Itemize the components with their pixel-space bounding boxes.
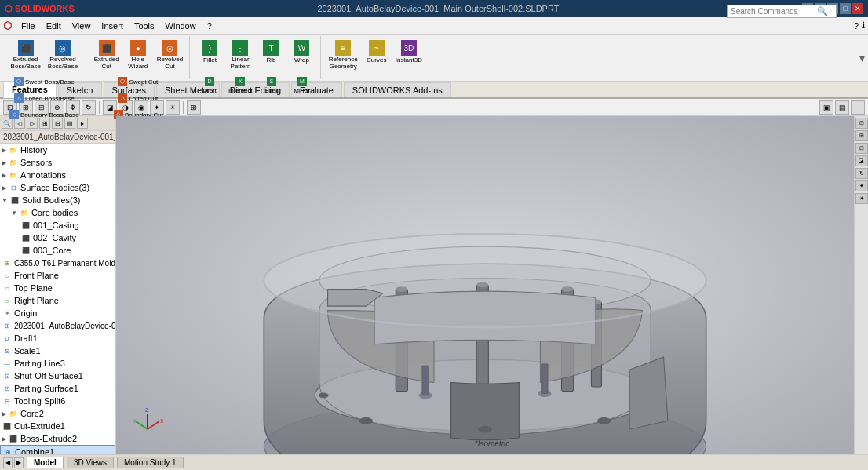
bottom-tab-3dviews[interactable]: 3D Views xyxy=(67,457,114,468)
tree-item-core[interactable]: ⬛ 003_Core xyxy=(0,244,115,257)
scenes-button[interactable]: ☀ xyxy=(166,100,180,115)
curves-button[interactable]: ~ Curves xyxy=(362,38,392,73)
extruded-cut-button[interactable]: ⬛ ExtrudedCut xyxy=(91,38,122,73)
right-btn-1[interactable]: ⊡ xyxy=(855,118,868,129)
tree-item-cavity[interactable]: ⬛ 002_Cavity xyxy=(0,231,115,244)
menu-help[interactable]: ? xyxy=(202,20,217,32)
tree-item-surface-bodies[interactable]: ▶ ⊡ Surface Bodies(3) xyxy=(0,181,115,194)
small-post-2 xyxy=(542,364,549,394)
close-button[interactable]: ✕ xyxy=(852,3,863,14)
tree-item-parting-line3[interactable]: — Parting Line3 xyxy=(0,357,115,370)
tree-item-front-plane[interactable]: ▱ Front Plane xyxy=(0,269,115,282)
instant3d-button[interactable]: 3D Instant3D xyxy=(392,38,425,73)
reference-geometry-button[interactable]: ≡ ReferenceGeometry xyxy=(326,38,361,73)
tree-item-boss-extrude2[interactable]: ▶ ⬛ Boss-Extrude2 xyxy=(0,432,115,445)
tree-item-shutoff-surface1[interactable]: ⊡ Shut-Off Surface1 xyxy=(0,370,115,382)
bottom-tab-motion-study[interactable]: Motion Study 1 xyxy=(117,457,184,468)
tree-item-cut-extrude1[interactable]: ⬛ Cut-Extrude1 xyxy=(0,420,115,432)
right-btn-2[interactable]: ⊞ xyxy=(855,130,868,141)
revolved-boss-icon: ◎ xyxy=(55,40,71,56)
fillet-button[interactable]: ) Fillet xyxy=(195,38,224,73)
icon-sensors: 📁 xyxy=(8,157,19,168)
label-solid-bodies: Solid Bodies(3) xyxy=(22,195,81,205)
swept-boss-button[interactable]: ⬡ Swept Boss/Base xyxy=(11,75,78,89)
tree-item-sensors[interactable]: ▶ 📁 Sensors xyxy=(0,156,115,169)
expand-right-button[interactable]: ▣ xyxy=(819,100,833,115)
hole-wizard-icon: ● xyxy=(130,40,146,56)
extruded-boss-button[interactable]: ⬛ ExtrudedBoss/Base xyxy=(8,38,44,73)
tree-item-annotations[interactable]: ▶ 📁 Annotations xyxy=(0,169,115,181)
more-button[interactable]: ⋯ xyxy=(851,100,865,115)
separator2 xyxy=(183,101,184,114)
bottom-next-button[interactable]: ▶ xyxy=(14,457,24,468)
help-btn[interactable]: ? xyxy=(854,21,859,31)
mirror-button[interactable]: M Mirror xyxy=(287,75,317,97)
cmd-expand[interactable]: ▾ xyxy=(859,36,865,79)
icon-surface-bodies: ⊡ xyxy=(8,182,19,193)
lofted-cut-button[interactable]: △ Lofted Cut xyxy=(115,91,162,106)
tree-item-mold-cast[interactable]: ⊞ C355.0-T61 Permanent Mold cast (S xyxy=(0,257,115,269)
right-btn-4[interactable]: ◪ xyxy=(855,155,868,166)
curves-icon: ~ xyxy=(369,40,385,56)
right-btn-3[interactable]: ⊟ xyxy=(855,143,868,154)
extruded-cut-label: ExtrudedCut xyxy=(94,56,119,71)
tree-item-right-plane[interactable]: ▱ Right Plane xyxy=(0,294,115,307)
cmd-group-stacked: ⬡ Swept Boss/Base xyxy=(11,75,78,89)
tree-item-origin[interactable]: ✦ Origin xyxy=(0,307,115,319)
tree-item-solid-bodies[interactable]: ▼ ⬛ Solid Bodies(3) xyxy=(0,194,115,206)
tab-addins[interactable]: SOLIDWORKS Add-Ins xyxy=(344,82,451,97)
tree-item-tooling-split6[interactable]: ⊟ Tooling Split6 xyxy=(0,395,115,407)
wrap-button[interactable]: W Wrap xyxy=(286,38,316,73)
draft-label: Draft xyxy=(202,87,216,94)
boundary-boss-button[interactable]: ◇ Boundary Boss/Base xyxy=(6,107,82,122)
right-btn-6[interactable]: ✦ xyxy=(855,180,868,191)
lofted-boss-button[interactable]: △ Lofted Boss/Base xyxy=(11,91,78,106)
bottom-tab-model[interactable]: Model xyxy=(27,457,64,468)
menu-insert[interactable]: Insert xyxy=(97,20,128,32)
view-orient-button[interactable]: ⊞ xyxy=(187,100,201,115)
tree-item-casing[interactable]: ⬛ 001_Casing xyxy=(0,219,115,231)
right-btn-5[interactable]: ↻ xyxy=(855,168,868,179)
menu-tools[interactable]: Tools xyxy=(129,20,159,32)
tree-item-top-plane[interactable]: ▱ Top Plane xyxy=(0,282,115,294)
label-parting-line3: Parting Line3 xyxy=(14,359,65,368)
tree-item-combine1[interactable]: ⊕ Combine1 xyxy=(0,445,115,454)
right-btn-7[interactable]: ☀ xyxy=(855,193,868,204)
draft-icon: D xyxy=(205,77,214,86)
separator xyxy=(99,101,100,114)
draft-button[interactable]: D Draft xyxy=(195,75,224,97)
rotate-button[interactable]: ↻ xyxy=(82,100,96,115)
search-input[interactable] xyxy=(731,7,817,16)
tree-item-parting-surface1[interactable]: ⊡ Parting Surface1 xyxy=(0,382,115,395)
reference-geometry-icon: ≡ xyxy=(335,40,351,56)
tree-item-ref-file[interactable]: ⊞ 2023001_AutoBelayDevice-001_Main... xyxy=(0,319,115,332)
viewport[interactable]: *Isometric X Y Z ⊡ ⊞ ⊟ ◪ ↻ ✦ ☀ xyxy=(116,116,868,454)
menu-edit[interactable]: Edit xyxy=(42,20,66,32)
swept-cut-button[interactable]: ⬡ Swept Cut xyxy=(115,75,162,89)
revolved-boss-button[interactable]: ◎ RevolvedBoss/Base xyxy=(45,38,81,73)
menu-window[interactable]: Window xyxy=(161,20,201,32)
tree-item-draft1[interactable]: D Draft1 xyxy=(0,332,115,344)
cmd-cut-stacked1: ⬡ Swept Cut xyxy=(115,75,162,89)
menu-file[interactable]: File xyxy=(16,20,40,32)
info-btn[interactable]: ℹ xyxy=(862,20,865,31)
tree-item-core-bodies[interactable]: ▼ 📁 Core bodies xyxy=(0,206,115,219)
intersect-button[interactable]: X Intersect xyxy=(225,75,256,97)
revolved-cut-button[interactable]: ◎ RevolvedCut xyxy=(154,38,186,73)
maximize-button[interactable]: □ xyxy=(840,3,851,14)
intersect-label: Intersect xyxy=(228,87,253,94)
tree-item-history[interactable]: ▶ 📁 History xyxy=(0,144,115,156)
shell-button[interactable]: S Shell xyxy=(257,75,286,97)
rib-button[interactable]: T Rib xyxy=(256,38,286,73)
lofted-boss-label: Lofted Boss/Base xyxy=(25,95,75,102)
collapse-button[interactable]: ▤ xyxy=(835,100,849,115)
menu-view[interactable]: View xyxy=(67,20,96,32)
hole-wizard-button[interactable]: ● HoleWizard xyxy=(123,38,153,73)
hole-wizard-label: HoleWizard xyxy=(128,56,148,71)
tree-item-scale1[interactable]: S Scale1 xyxy=(0,344,115,357)
linear-pattern-button[interactable]: ⋮ LinearPattern xyxy=(225,38,255,73)
tree-item-core2[interactable]: ▶ 📁 Core2 xyxy=(0,407,115,420)
icon-scale1: S xyxy=(2,345,13,356)
bottom-prev-button[interactable]: ◀ xyxy=(3,457,13,468)
search-bar[interactable]: 🔍 xyxy=(727,5,837,18)
